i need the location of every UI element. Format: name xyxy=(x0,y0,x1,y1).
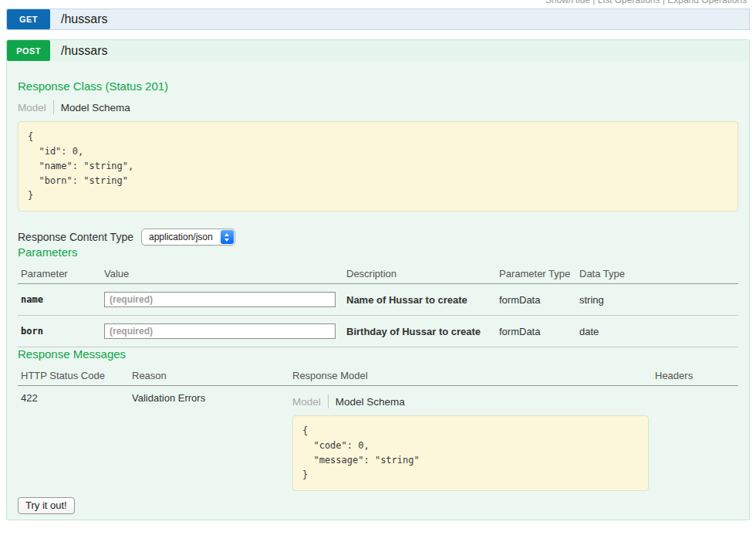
col-header-parameter: Parameter xyxy=(18,266,101,283)
post-endpoint-path[interactable]: /hussars xyxy=(61,44,107,58)
tab-divider xyxy=(53,100,54,114)
param-name-description: Name of Hussar to create xyxy=(343,294,496,306)
post-endpoint-content: Response Class (Status 201) Model Model … xyxy=(7,61,749,520)
param-name-input[interactable] xyxy=(104,292,336,307)
param-born-label: born xyxy=(18,326,101,337)
tab-model[interactable]: Model xyxy=(18,102,46,113)
tab-422-model-schema[interactable]: Model Schema xyxy=(336,396,405,408)
post-endpoint-panel: POST /hussars Response Class (Status 201… xyxy=(6,39,750,520)
parameters-title: Parameters xyxy=(18,245,738,259)
col-header-data-type: Data Type xyxy=(576,266,738,283)
response-messages-title: Response Messages xyxy=(18,347,738,361)
select-stepper-icon xyxy=(221,230,234,244)
clipped-header-links: Show/Hide | List Operations | Expand Ope… xyxy=(6,0,750,5)
response-class-title: Response Class (Status 201) xyxy=(18,80,738,93)
response-content-type-select[interactable]: application/json xyxy=(141,229,235,245)
param-name-data-type: string xyxy=(576,294,738,306)
response-class-schema-json: { "id": 0, "name": "string", "born": "st… xyxy=(18,121,738,212)
headers-cell xyxy=(652,386,738,392)
tab-divider xyxy=(328,394,329,408)
select-selected-value: application/json xyxy=(142,229,220,245)
response-content-type-row: Response Content Type application/json xyxy=(18,229,738,245)
response-model-tabs: Model Model Schema xyxy=(292,394,652,409)
response-model-schema-json: { "code": 0, "message": "string" } xyxy=(292,415,649,491)
reason-validation-errors: Validation Errors xyxy=(129,386,289,404)
param-name-param-type: formData xyxy=(496,294,576,306)
parameters-header-row: Parameter Value Description Parameter Ty… xyxy=(18,266,738,284)
status-code-422: 422 xyxy=(18,386,129,404)
post-method-badge: POST xyxy=(7,40,50,61)
try-it-out-button[interactable]: Try it out! xyxy=(18,497,75,514)
response-content-type-label: Response Content Type xyxy=(18,231,133,243)
param-name-label: name xyxy=(18,294,101,305)
post-endpoint-row[interactable]: POST /hussars xyxy=(7,40,749,61)
get-endpoint-row[interactable]: GET /hussars xyxy=(6,8,750,30)
col-header-http-status-code: HTTP Status Code xyxy=(18,367,129,385)
response-class-tabs: Model Model Schema xyxy=(18,100,738,115)
parameter-row-born: born Birthday of Hussar to create formDa… xyxy=(18,316,738,347)
parameter-row-name: name Name of Hussar to create formData s… xyxy=(18,284,738,316)
param-born-description: Birthday of Hussar to create xyxy=(343,326,496,337)
col-header-description: Description xyxy=(343,266,496,283)
col-header-reason: Reason xyxy=(129,367,289,385)
swagger-api-doc: Show/Hide | List Operations | Expand Ope… xyxy=(0,0,756,520)
response-messages-header-row: HTTP Status Code Reason Response Model H… xyxy=(18,367,738,386)
param-born-param-type: formData xyxy=(496,326,576,337)
tab-422-model[interactable]: Model xyxy=(292,396,321,408)
param-born-data-type: date xyxy=(576,326,738,337)
header-links-text[interactable]: Show/Hide | List Operations | Expand Ope… xyxy=(545,0,747,5)
response-message-row-422: 422 Validation Errors Model Model Schema… xyxy=(18,386,738,491)
col-header-value: Value xyxy=(101,266,343,283)
response-model-cell: Model Model Schema { "code": 0, "message… xyxy=(289,386,652,491)
tab-model-schema[interactable]: Model Schema xyxy=(61,102,130,113)
col-header-parameter-type: Parameter Type xyxy=(496,266,576,283)
param-born-input[interactable] xyxy=(104,323,336,339)
get-endpoint-path[interactable]: /hussars xyxy=(61,12,107,26)
col-header-response-model: Response Model xyxy=(289,367,652,385)
col-header-headers: Headers xyxy=(652,367,738,385)
get-method-badge: GET xyxy=(7,9,50,29)
